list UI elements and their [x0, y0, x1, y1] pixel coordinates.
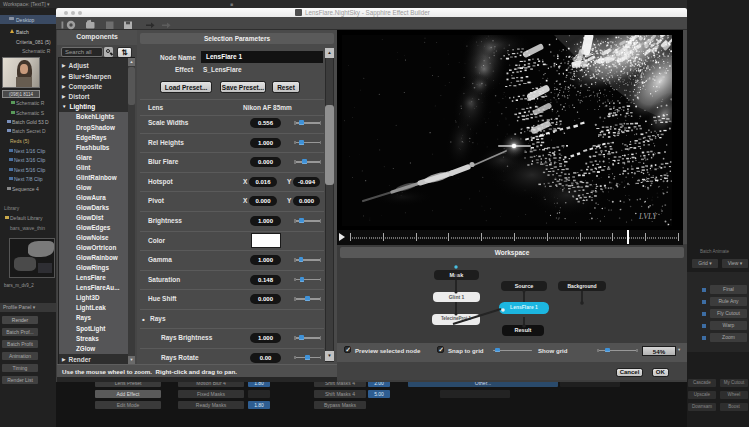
svg-text:LVLY: LVLY — [638, 212, 658, 221]
